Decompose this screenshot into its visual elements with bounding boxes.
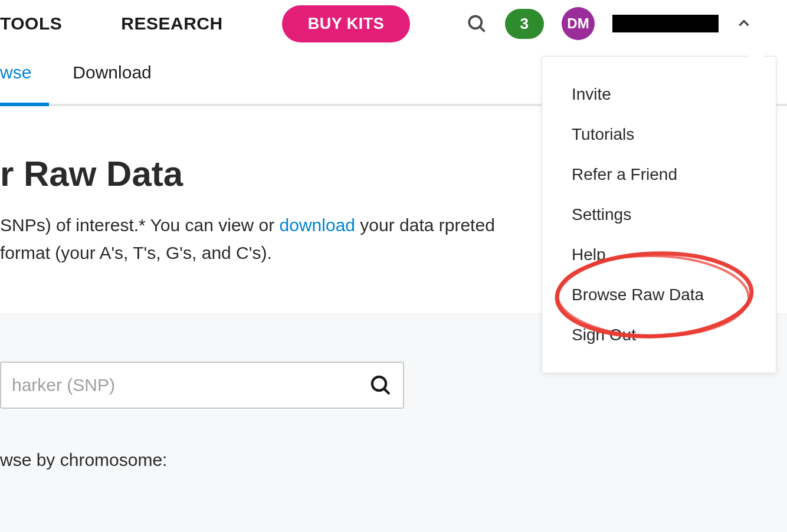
dropdown-tutorials[interactable]: Tutorials [542,114,776,155]
dropdown-settings[interactable]: Settings [542,195,776,235]
dropdown-help[interactable]: Help [542,235,776,275]
nav-research[interactable]: RESEARCH [121,14,222,34]
page-description: SNPs) of interest.* You can view or down… [0,212,543,267]
svg-point-2 [372,377,386,390]
chevron-up-icon[interactable] [736,16,752,31]
dropdown-refer-friend[interactable]: Refer a Friend [542,155,776,195]
search-input[interactable] [12,375,369,395]
desc-text-1: SNPs) of interest.* You can view or [0,215,280,235]
search-submit-icon[interactable] [369,373,392,397]
tab-browse[interactable]: wse [0,51,31,104]
tab-download[interactable]: Download [73,51,151,104]
search-box [0,362,404,409]
dropdown-invite[interactable]: Invite [542,74,776,114]
search-icon[interactable] [466,13,487,34]
download-link[interactable]: download [280,215,355,235]
dropdown-sign-out[interactable]: Sign Out [542,315,776,355]
user-dropdown-menu: Invite Tutorials Refer a Friend Settings… [542,56,776,373]
svg-point-0 [469,16,481,28]
notification-badge[interactable]: 3 [505,9,544,39]
browse-by-chromosome-label: wse by chromosome: [0,450,787,470]
nav-right-group: 3 DM [466,7,787,40]
nav-tools[interactable]: TOOLS [0,14,62,34]
buy-kits-button[interactable]: BUY KITS [282,5,411,42]
username-redacted[interactable] [612,15,719,32]
dropdown-browse-raw-data[interactable]: Browse Raw Data [542,275,776,315]
svg-line-1 [480,27,485,32]
avatar[interactable]: DM [562,7,595,40]
top-navigation: TOOLS RESEARCH BUY KITS 3 DM [0,0,787,47]
svg-line-3 [385,389,389,394]
